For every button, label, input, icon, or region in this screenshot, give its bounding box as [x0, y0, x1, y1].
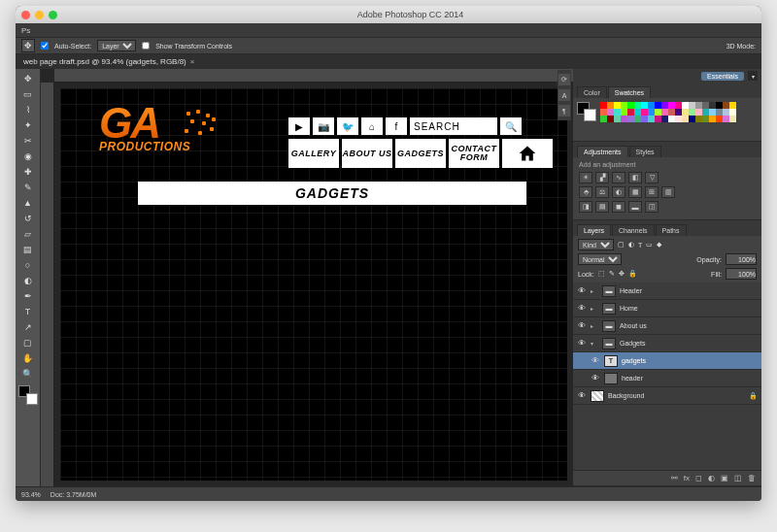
swatch[interactable]: [709, 102, 716, 109]
eraser-tool[interactable]: ▱: [18, 226, 38, 241]
swatch[interactable]: [723, 116, 729, 122]
swatch[interactable]: [614, 109, 621, 116]
swatch[interactable]: [634, 116, 641, 122]
adj-vibrance-icon[interactable]: ▽: [645, 172, 659, 183]
swatch[interactable]: [729, 102, 736, 109]
swatch[interactable]: [723, 102, 729, 109]
wand-tool[interactable]: ✦: [18, 117, 38, 132]
swatch[interactable]: [723, 109, 729, 116]
layer-row[interactable]: 👁Tgadgets: [573, 352, 761, 370]
layer-thumb[interactable]: T: [604, 355, 618, 367]
swatch[interactable]: [648, 109, 655, 116]
swatch[interactable]: [627, 102, 634, 109]
swatch[interactable]: [709, 109, 716, 116]
swatch[interactable]: [716, 116, 723, 122]
document-tab[interactable]: web page draft.psd @ 93.4% (gadgets, RGB…: [16, 54, 761, 69]
layer-row[interactable]: 👁Background🔒: [573, 387, 761, 405]
layer-thumb[interactable]: ▬: [602, 285, 616, 297]
layer-name[interactable]: Gadgets: [620, 340, 645, 347]
swatch[interactable]: [627, 109, 634, 116]
disclosure-icon[interactable]: ▾: [591, 340, 598, 347]
filter-type-icon[interactable]: T: [638, 242, 642, 249]
layer-kind-dropdown[interactable]: Kind: [578, 239, 614, 250]
blur-tool[interactable]: ○: [18, 257, 38, 272]
dodge-tool[interactable]: ◐: [18, 273, 38, 287]
layer-row[interactable]: 👁▸▬Home: [573, 300, 761, 317]
layer-name[interactable]: Header: [620, 287, 642, 294]
visibility-icon[interactable]: 👁: [577, 321, 587, 330]
lock-pos-icon[interactable]: ✥: [619, 270, 625, 278]
filter-smart-icon[interactable]: ◆: [657, 241, 661, 249]
ruler-vertical[interactable]: [41, 83, 54, 486]
swatch[interactable]: [607, 116, 614, 122]
layer-thumb[interactable]: ▬: [602, 338, 616, 349]
marquee-tool[interactable]: ▭: [18, 86, 38, 101]
stamp-tool[interactable]: ▲: [18, 195, 38, 210]
visibility-icon[interactable]: 👁: [577, 339, 587, 348]
auto-select-checkbox[interactable]: [41, 42, 49, 50]
swatch[interactable]: [695, 109, 702, 116]
swatch[interactable]: [641, 116, 648, 122]
layer-thumb[interactable]: [591, 390, 604, 402]
panel-fgbg[interactable]: [577, 102, 596, 121]
zoom-window-button[interactable]: [49, 11, 57, 19]
layer-list[interactable]: 👁▸▬Header👁▸▬Home👁▸▬About us👁▾▬Gadgets👁Tg…: [573, 283, 761, 470]
swatch[interactable]: [682, 102, 689, 109]
swatch[interactable]: [682, 109, 689, 116]
new-fill-icon[interactable]: ◐: [708, 474, 715, 482]
show-transform-checkbox[interactable]: [142, 42, 150, 50]
close-tab-icon[interactable]: ×: [190, 57, 195, 66]
swatch[interactable]: [655, 109, 661, 116]
layer-name[interactable]: header: [622, 375, 643, 382]
crop-tool[interactable]: ✂: [18, 133, 38, 148]
layer-mask-icon[interactable]: ◻: [695, 474, 702, 482]
adj-poster-icon[interactable]: ▤: [595, 201, 609, 213]
swatch[interactable]: [600, 109, 607, 116]
hand-tool[interactable]: ✋: [18, 350, 38, 365]
swatch[interactable]: [689, 116, 695, 122]
disclosure-icon[interactable]: ▸: [591, 287, 598, 294]
swatch[interactable]: [675, 102, 682, 109]
paragraph-panel-icon[interactable]: ¶: [558, 105, 570, 116]
swatch[interactable]: [655, 116, 661, 122]
layer-row[interactable]: 👁▾▬Gadgets: [573, 335, 761, 352]
status-zoom[interactable]: 93.4%: [21, 491, 41, 498]
swatch[interactable]: [729, 109, 736, 116]
swatch[interactable]: [655, 102, 661, 109]
paths-tab[interactable]: Paths: [656, 224, 687, 236]
swatch[interactable]: [695, 102, 702, 109]
swatch[interactable]: [675, 116, 682, 122]
type-tool[interactable]: T: [18, 304, 38, 318]
adj-lookup-icon[interactable]: ▥: [661, 186, 675, 198]
character-panel-icon[interactable]: A: [558, 89, 570, 101]
layer-name[interactable]: Home: [620, 305, 638, 312]
disclosure-icon[interactable]: ▸: [591, 305, 598, 312]
adj-curves-icon[interactable]: ∿: [612, 172, 625, 183]
swatch[interactable]: [641, 102, 648, 109]
swatch[interactable]: [702, 116, 709, 122]
color-swatches[interactable]: [18, 385, 38, 405]
heal-tool[interactable]: ✚: [18, 164, 38, 179]
swatch[interactable]: [661, 102, 668, 109]
layers-tab[interactable]: Layers: [577, 224, 611, 236]
link-layers-icon[interactable]: ⚯: [671, 474, 678, 482]
swatch[interactable]: [627, 116, 634, 122]
adj-gradient-icon[interactable]: ▬: [628, 201, 642, 213]
adj-bw-icon[interactable]: ◐: [612, 186, 625, 198]
adj-exposure-icon[interactable]: ◧: [628, 172, 642, 183]
swatch[interactable]: [614, 116, 621, 122]
history-brush-tool[interactable]: ↺: [18, 211, 38, 225]
fill-input[interactable]: [726, 268, 757, 280]
new-group-icon[interactable]: ▣: [721, 474, 728, 482]
adj-mixer-icon[interactable]: ⊞: [645, 186, 659, 198]
swatch[interactable]: [695, 116, 702, 122]
adj-selective-icon[interactable]: ◫: [645, 201, 659, 213]
layer-name[interactable]: Background: [608, 392, 644, 399]
brush-tool[interactable]: ✎: [18, 180, 38, 194]
filter-adjust-icon[interactable]: ◐: [628, 241, 634, 249]
path-tool[interactable]: ↗: [18, 319, 38, 334]
filter-pixel-icon[interactable]: ▢: [618, 241, 625, 249]
adj-threshold-icon[interactable]: ◼: [612, 201, 625, 213]
adjustments-tab[interactable]: Adjustments: [577, 146, 628, 157]
swatch[interactable]: [689, 109, 695, 116]
